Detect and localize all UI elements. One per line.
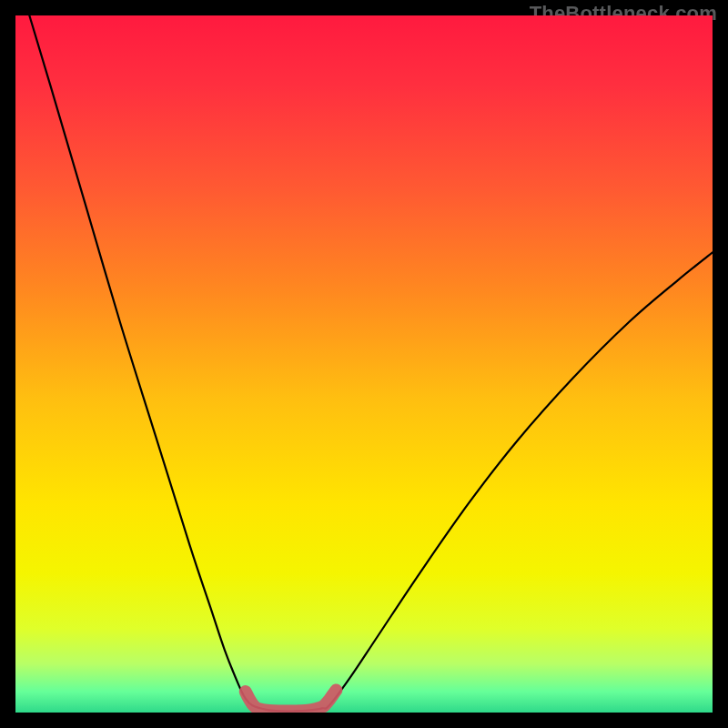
gradient-background [15, 15, 713, 713]
bottleneck-chart [15, 15, 713, 713]
chart-frame: TheBottleneck.com [0, 0, 728, 728]
